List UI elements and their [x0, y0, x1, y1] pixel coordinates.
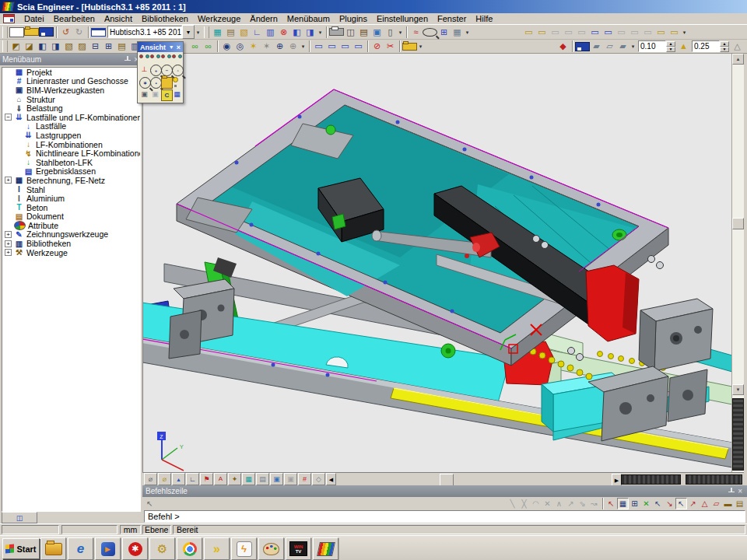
toolbar-grip[interactable]: [2, 40, 8, 52]
palette-close-icon[interactable]: ×: [177, 44, 181, 51]
taskbar-tools-button[interactable]: ⚙: [149, 537, 175, 560]
command-panel-header[interactable]: Befehlszeile ×: [142, 485, 747, 497]
view-window-11-icon[interactable]: ▭: [654, 26, 668, 39]
project-combo-dropdown-icon[interactable]: ▾: [195, 26, 202, 39]
snap-line-icon[interactable]: ╲: [507, 498, 518, 509]
view-window-5-icon[interactable]: ▭: [575, 26, 588, 39]
snap-arc-icon[interactable]: ◠: [530, 498, 542, 509]
new-file-icon[interactable]: [9, 27, 24, 37]
snap-curve-icon[interactable]: ↝: [588, 498, 600, 509]
parallel-snap-icon[interactable]: ▱: [710, 498, 722, 509]
render-light-icon[interactable]: [172, 77, 182, 87]
view-window-4-icon[interactable]: ▭: [562, 26, 575, 39]
dark-scroll-area[interactable]: [732, 398, 744, 471]
local-axis-icon[interactable]: ∟: [186, 473, 199, 485]
print-group-dropdown-icon[interactable]: ▾: [397, 26, 404, 39]
find-member-icon[interactable]: ◉: [220, 40, 233, 53]
tree-item-stahl[interactable]: IStahl: [2, 185, 140, 194]
chart-icon[interactable]: ⊞: [437, 26, 451, 39]
box-yellow-icon[interactable]: ▧: [237, 26, 251, 39]
tree-item-stahlbeton-lfk[interactable]: ↓Stahlbeton-LFK: [2, 158, 140, 167]
close-icon[interactable]: ×: [738, 488, 742, 495]
vertical-scroll-thumb[interactable]: [732, 218, 744, 229]
angle-down-icon[interactable]: ▼: [720, 47, 729, 52]
clip-yellow-icon[interactable]: ⌀: [158, 473, 171, 485]
snap-cross-icon[interactable]: ╳: [518, 498, 530, 509]
stamp-icon[interactable]: ▲: [172, 473, 185, 485]
tree-item-zeichnungswerkzeuge[interactable]: +✎Zeichnungswerkzeuge: [2, 230, 140, 240]
taskbar-folder-button[interactable]: [40, 537, 66, 560]
window-group-dropdown-icon[interactable]: ▾: [681, 26, 688, 39]
taskbar-scia-button[interactable]: [313, 537, 338, 560]
cursor-snap-icon[interactable]: ↖: [605, 498, 617, 509]
zoom-selection-icon[interactable]: ▪: [150, 77, 162, 89]
angle-up-icon[interactable]: ▲: [720, 41, 729, 47]
activity-window-3-icon[interactable]: ▭: [338, 40, 352, 53]
cut-red-icon[interactable]: ✂: [384, 40, 397, 53]
menu-bibliotheken[interactable]: Bibliotheken: [137, 14, 193, 23]
angle-icon[interactable]: △: [731, 40, 744, 53]
taskbar-wintv-button[interactable]: WINTV: [286, 537, 311, 560]
camera-view-2-icon[interactable]: ▣: [150, 89, 160, 100]
snap-dir1-icon[interactable]: ↗: [565, 498, 577, 509]
view-window-8-icon[interactable]: ▭: [615, 26, 628, 39]
stored-views-folder-icon[interactable]: [161, 77, 173, 89]
status-plane[interactable]: Ebene XY: [142, 525, 171, 534]
render-box-off-icon[interactable]: ▣: [284, 473, 297, 485]
ucs-axis-icon[interactable]: ⊥: [139, 65, 149, 75]
model-tools-icon[interactable]: ✦: [228, 473, 241, 485]
tree-item-nichtlineare[interactable]: ↯Nichtlineare LF-Kombinationen: [2, 149, 140, 158]
horizontal-scroll-thumb[interactable]: [440, 474, 454, 486]
visibility-off-icon[interactable]: oo: [202, 40, 215, 53]
select-minus-icon[interactable]: ⊟: [89, 40, 102, 53]
zoom-window-icon[interactable]: ▫: [172, 65, 184, 76]
view-window-9-icon[interactable]: ▭: [628, 26, 641, 39]
tree-folder-icon[interactable]: ▥: [264, 26, 277, 39]
dark-scrollbar-1[interactable]: [621, 474, 681, 485]
snap-peak-icon[interactable]: ∧: [553, 498, 565, 509]
title-bar[interactable]: Scia Engineer - [Hubtisch3.1 +85 2011 : …: [0, 0, 747, 13]
toolbar-grip[interactable]: [2, 26, 8, 38]
drawer-icon[interactable]: ▬: [722, 498, 734, 509]
view-window-icon[interactable]: ▦: [172, 89, 182, 100]
no-entry-icon[interactable]: ⊘: [370, 40, 384, 53]
menu-einstellungen[interactable]: Einstellungen: [372, 14, 433, 23]
wire-box-icon[interactable]: ◇: [312, 473, 325, 485]
zoom-in-icon[interactable]: +: [150, 65, 162, 76]
taskbar-arrows-button[interactable]: »: [204, 537, 230, 560]
print-preview-icon[interactable]: ◫: [344, 26, 357, 39]
project-group-dropdown-icon[interactable]: ▾: [317, 26, 324, 39]
save-view-color-icon[interactable]: ▰: [590, 40, 603, 53]
node-snap-icon[interactable]: ↖: [652, 498, 664, 509]
document-window-icon[interactable]: [3, 14, 15, 23]
render-box-icon[interactable]: ▣: [270, 473, 283, 485]
project-combo-value[interactable]: Hubtisch3.1 +85 201:: [107, 26, 182, 38]
select-add-icon[interactable]: ◪: [23, 40, 36, 53]
document-page-icon[interactable]: ▯: [384, 26, 397, 39]
palette-dropdown-icon[interactable]: ▼: [169, 44, 174, 50]
menu-plugins[interactable]: Plugins: [335, 14, 372, 23]
select-single-icon[interactable]: ◩: [9, 40, 23, 53]
view-window-12-icon[interactable]: ▭: [668, 26, 681, 39]
activity-window-4-icon[interactable]: ▭: [352, 40, 365, 53]
menu-fenster[interactable]: Fenster: [433, 14, 471, 23]
table-icon[interactable]: ▦: [451, 26, 464, 39]
mesh-icon[interactable]: ▦: [242, 473, 255, 485]
view-window-7-icon[interactable]: ▭: [601, 26, 615, 39]
layers-icon[interactable]: ▤: [224, 26, 237, 39]
command-input[interactable]: Befehl >: [144, 510, 745, 523]
window-layout-icon[interactable]: [91, 28, 106, 37]
project-combo-dropdown[interactable]: ▼: [182, 25, 195, 39]
endpoint-snap-icon[interactable]: ✕: [640, 498, 652, 509]
window-equal-icon[interactable]: ◨: [303, 26, 317, 39]
zoom-all-icon[interactable]: ✶: [139, 77, 151, 89]
delete-red-icon[interactable]: ⊗: [277, 26, 290, 39]
scroll-up-icon[interactable]: ▲: [732, 54, 744, 65]
select-plus-icon[interactable]: ⊞: [102, 40, 115, 53]
solid-box-icon[interactable]: ▤: [256, 473, 269, 485]
clip-gray-icon[interactable]: ⌀: [144, 473, 157, 485]
select-hatch2-icon[interactable]: ▨: [75, 40, 89, 53]
tree-item-struktur[interactable]: ⌂Struktur: [2, 95, 140, 104]
taskbar-hand-button[interactable]: ✱: [122, 537, 148, 560]
expand-expander-icon[interactable]: +: [5, 177, 12, 184]
